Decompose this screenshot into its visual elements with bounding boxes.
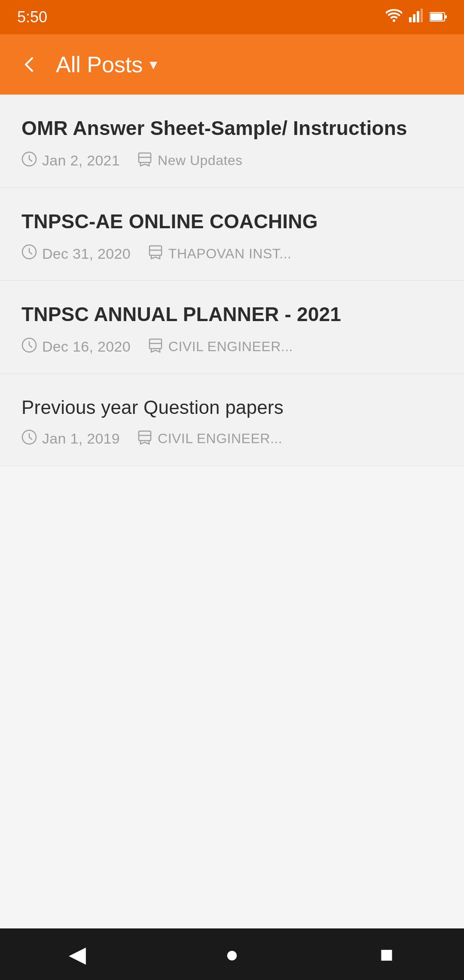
post-date: Jan 1, 2019 (21, 429, 120, 448)
post-item[interactable]: OMR Answer Sheet-Sample/ Instructions Ja… (0, 95, 464, 188)
post-category-text: New Updates (158, 153, 243, 168)
post-meta: Jan 2, 2021 New Updates (21, 151, 443, 170)
svg-rect-5 (430, 13, 443, 20)
post-item[interactable]: Previous year Question papers Jan 1, 201… (0, 374, 464, 466)
post-title: TNPSC-AE ONLINE COACHING (21, 209, 443, 234)
post-category: CIVIL ENGINEER... (148, 337, 293, 356)
clock-icon (21, 151, 37, 170)
category-icon (148, 244, 163, 263)
post-category-text: THAPOVAN INST... (168, 246, 292, 262)
svg-rect-0 (409, 17, 412, 22)
nav-recent-button[interactable]: ■ (361, 937, 412, 971)
category-icon (137, 429, 153, 448)
svg-rect-1 (413, 14, 415, 22)
back-button[interactable] (17, 52, 43, 77)
post-title: TNPSC ANNUAL PLANNER - 2021 (21, 302, 443, 327)
post-date-text: Jan 1, 2019 (42, 430, 120, 447)
app-bar: All Posts ▾ (0, 34, 464, 95)
clock-icon (21, 429, 37, 448)
app-bar-title[interactable]: All Posts ▾ (56, 52, 157, 77)
post-date: Dec 31, 2020 (21, 244, 131, 263)
clock-icon (21, 337, 37, 356)
posts-list: OMR Answer Sheet-Sample/ Instructions Ja… (0, 95, 464, 466)
post-meta: Dec 31, 2020 THAPOVAN INST... (21, 244, 443, 263)
post-item[interactable]: TNPSC-AE ONLINE COACHING Dec 31, 2020 (0, 188, 464, 281)
post-category-text: CIVIL ENGINEER... (168, 339, 293, 355)
dropdown-arrow-icon: ▾ (150, 55, 157, 74)
post-category-text: CIVIL ENGINEER... (158, 431, 282, 447)
post-meta: Dec 16, 2020 CIVIL ENGINEER... (21, 337, 443, 356)
post-date: Jan 2, 2021 (21, 151, 120, 170)
status-bar: 5:50 (0, 0, 464, 34)
post-item[interactable]: TNPSC ANNUAL PLANNER - 2021 Dec 16, 2020 (0, 281, 464, 374)
post-title: OMR Answer Sheet-Sample/ Instructions (21, 116, 443, 141)
post-date-text: Dec 31, 2020 (42, 245, 131, 262)
nav-home-button[interactable]: ● (206, 937, 258, 971)
nav-recent-icon: ■ (380, 941, 393, 967)
nav-back-icon: ◀ (69, 941, 86, 967)
nav-back-button[interactable]: ◀ (52, 937, 103, 971)
post-category: CIVIL ENGINEER... (137, 429, 282, 448)
svg-rect-3 (421, 9, 423, 22)
status-icons (386, 9, 447, 26)
category-icon (137, 151, 153, 170)
post-date-text: Jan 2, 2021 (42, 152, 120, 169)
battery-icon (430, 9, 447, 25)
category-icon (148, 337, 163, 356)
post-category: THAPOVAN INST... (148, 244, 292, 263)
svg-rect-6 (445, 15, 447, 18)
post-category: New Updates (137, 151, 243, 170)
clock-icon (21, 244, 37, 263)
svg-rect-2 (417, 11, 419, 22)
post-date: Dec 16, 2020 (21, 337, 131, 356)
post-title: Previous year Question papers (21, 395, 443, 419)
title-text: All Posts (56, 52, 143, 77)
status-time: 5:50 (17, 8, 47, 26)
nav-home-icon: ● (225, 941, 238, 967)
wifi-icon (386, 9, 402, 25)
nav-bar: ◀ ● ■ (0, 928, 464, 980)
post-meta: Jan 1, 2019 CIVIL ENGINEER... (21, 429, 443, 448)
signal-icon (409, 9, 423, 26)
post-date-text: Dec 16, 2020 (42, 338, 131, 355)
